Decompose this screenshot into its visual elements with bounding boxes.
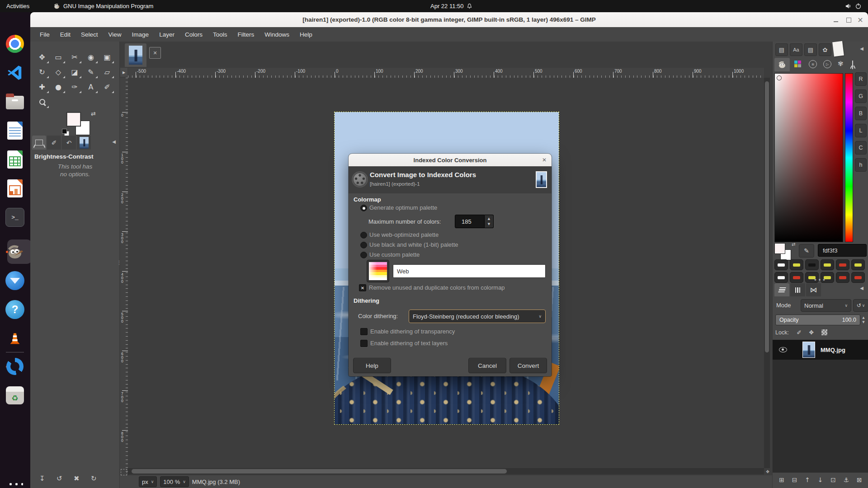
- tab-paths[interactable]: ⋈: [806, 283, 821, 296]
- menu-tools[interactable]: Tools: [208, 29, 232, 40]
- collapse-panel-icon[interactable]: ◀: [860, 286, 863, 291]
- cancel-button[interactable]: Cancel: [468, 358, 506, 373]
- color-history-swatch[interactable]: [836, 259, 849, 270]
- menu-view[interactable]: View: [104, 29, 126, 40]
- checkbox-dither-text-layers-label[interactable]: Enable dithering of text layers: [370, 340, 448, 347]
- lock-alpha-icon[interactable]: [821, 329, 827, 335]
- clock[interactable]: Apr 22 11:50: [430, 0, 472, 12]
- lower-layer-icon[interactable]: ↓: [818, 476, 823, 483]
- fonts-dialog-icon[interactable]: Aa: [790, 43, 802, 56]
- reset-tool-options-icon[interactable]: ↻: [91, 474, 97, 483]
- layer-visibility-eye-icon[interactable]: [779, 347, 787, 352]
- tool-text[interactable]: A: [83, 80, 99, 94]
- brushes-dialog-icon[interactable]: ▤: [775, 43, 788, 56]
- minimize-button[interactable]: [832, 16, 840, 24]
- opacity-slider[interactable]: Opacity 100.0: [775, 314, 860, 325]
- horizontal-scrollbar-thumb[interactable]: [132, 469, 507, 474]
- color-history-swatch[interactable]: [805, 259, 819, 270]
- channel-button-h[interactable]: h: [855, 158, 867, 172]
- dock-vlc-icon[interactable]: [5, 328, 25, 348]
- tool-eraser[interactable]: ▱: [99, 65, 115, 80]
- channel-button-B[interactable]: B: [855, 107, 867, 120]
- dock-chrome-icon[interactable]: [5, 34, 25, 54]
- max-colors-spinner[interactable]: ▲ ▼: [485, 215, 494, 228]
- system-status-area[interactable]: [845, 0, 862, 12]
- tool-handle-transform[interactable]: ◇: [50, 65, 66, 80]
- checkbox-dither-transparency-label[interactable]: Enable dithering of transparency: [370, 328, 455, 335]
- gradients-dialog-icon[interactable]: ✿: [819, 43, 831, 56]
- channel-button-L[interactable]: L: [855, 124, 867, 137]
- color-history-swatch[interactable]: [774, 259, 788, 270]
- spin-down-icon[interactable]: ▼: [485, 222, 493, 226]
- radio-black-white[interactable]: [360, 242, 367, 249]
- saturation-value-square[interactable]: [774, 73, 843, 242]
- edit-color-button[interactable]: ✎: [799, 244, 814, 258]
- tab-layers[interactable]: [774, 283, 789, 296]
- patterns-dialog-icon[interactable]: ▤: [804, 43, 817, 56]
- checkbox-dither-transparency[interactable]: [360, 328, 368, 335]
- vertical-ruler[interactable]: 01 0 02 0 03 0 04 0 05 0 06 0 07 0 08 0 …: [120, 78, 128, 488]
- unit-dropdown[interactable]: px∨: [139, 476, 157, 487]
- menu-image[interactable]: Image: [127, 29, 154, 40]
- menu-file[interactable]: File: [35, 29, 54, 40]
- channel-button-R[interactable]: R: [855, 72, 867, 86]
- spin-up-icon[interactable]: ▲: [485, 217, 493, 221]
- checkbox-dither-text-layers[interactable]: [360, 340, 368, 347]
- layer-list-empty-area[interactable]: [773, 360, 868, 473]
- channel-button-C[interactable]: C: [855, 141, 867, 155]
- save-tool-preset-icon[interactable]: ↧: [39, 474, 45, 483]
- dock-help-icon[interactable]: ?: [5, 300, 25, 319]
- tool-fuzzy-select[interactable]: ◉: [83, 50, 99, 65]
- menu-windows[interactable]: Windows: [260, 29, 294, 40]
- panel-splitter-handle[interactable]: ⋮: [117, 260, 122, 266]
- zoom-dropdown[interactable]: 100 %∨: [160, 476, 189, 487]
- radio-custom-palette-label[interactable]: Use custom palette: [369, 251, 420, 258]
- tool-crop[interactable]: ▣: [99, 50, 115, 65]
- max-colors-input[interactable]: 185: [455, 215, 485, 228]
- raise-layer-icon[interactable]: ↑: [805, 476, 810, 483]
- tool-bucket-fill[interactable]: ◪: [66, 65, 83, 80]
- foreground-color-swatch-small[interactable]: [774, 243, 785, 254]
- blend-space-button[interactable]: ↺∨: [853, 299, 868, 312]
- dock-trash-icon[interactable]: ♻: [5, 385, 25, 405]
- tab-image-thumbnail[interactable]: [77, 136, 91, 150]
- lock-position-icon[interactable]: ✥: [809, 329, 813, 336]
- tab-color-watercolor[interactable]: ≋: [809, 60, 817, 68]
- tool-zoom[interactable]: [34, 94, 50, 109]
- menu-colors[interactable]: Colors: [180, 29, 207, 40]
- dialog-titlebar[interactable]: Indexed Color Conversion: [349, 154, 552, 166]
- color-dithering-dropdown[interactable]: Floyd-Steinberg (reduced color bleeding)…: [409, 310, 546, 323]
- tool-move[interactable]: ✥: [34, 50, 50, 65]
- vertical-scrollbar-thumb[interactable]: [765, 81, 769, 352]
- tool-heal[interactable]: ✚: [34, 80, 50, 94]
- dock-libreoffice-writer-icon[interactable]: [5, 121, 25, 141]
- checkbox-remove-unused-label[interactable]: Remove unused and duplicate colors from …: [369, 284, 505, 291]
- radio-black-white-label[interactable]: Use black and white (1-bit) palette: [369, 241, 458, 248]
- activities-button[interactable]: Activities: [6, 0, 29, 12]
- tab-color-gimp[interactable]: [774, 58, 790, 71]
- tab-color-palette[interactable]: ✾: [838, 60, 844, 68]
- color-history-swatch[interactable]: [790, 259, 803, 270]
- ruler-origin-button[interactable]: ▶: [120, 68, 127, 77]
- duplicate-layer-icon[interactable]: ⊡: [830, 476, 836, 483]
- tool-scissors-select[interactable]: ✂: [66, 50, 83, 65]
- swap-colors-icon[interactable]: ⇄: [792, 242, 795, 247]
- dock-libreoffice-calc-icon[interactable]: [5, 150, 25, 169]
- gimp-titlebar[interactable]: [hairen1] (exported)-1.0 (RGB color 8-bi…: [30, 12, 868, 28]
- convert-button[interactable]: Convert: [509, 358, 547, 373]
- radio-generate-optimum-label[interactable]: Generate optimum palette: [369, 204, 437, 211]
- palette-name-input[interactable]: [393, 264, 546, 278]
- swap-colors-icon[interactable]: ⇄: [91, 110, 96, 117]
- layer-row[interactable]: MMQ.jpg: [773, 340, 868, 360]
- palette-picker-button[interactable]: [367, 260, 389, 282]
- radio-web-optimized[interactable]: [360, 232, 367, 239]
- close-button[interactable]: ✕: [856, 16, 864, 24]
- navigation-button[interactable]: ✥: [765, 469, 770, 474]
- tab-device-status[interactable]: ✐: [47, 136, 61, 150]
- dock-terminal-icon[interactable]: >_: [5, 207, 25, 227]
- lock-pixels-icon[interactable]: ✐: [797, 329, 801, 336]
- dock-gimp-icon[interactable]: [5, 242, 25, 262]
- quick-mask-toggle[interactable]: [121, 469, 127, 475]
- delete-layer-icon[interactable]: ⊠: [857, 476, 862, 483]
- restore-tool-preset-icon[interactable]: ↺: [57, 474, 62, 483]
